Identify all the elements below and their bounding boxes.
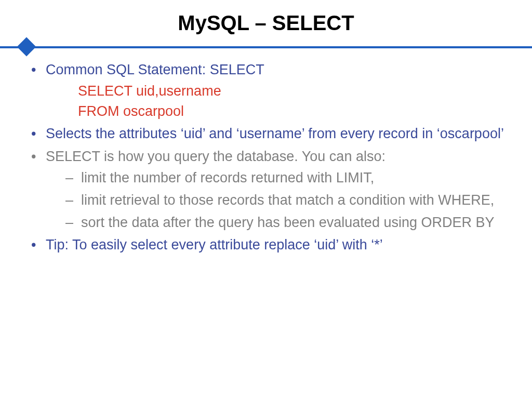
sub-bullet-2: limit retrieval to those records that ma… [65,190,511,210]
bullet-3-text: SELECT is how you query the database. Yo… [46,149,385,164]
bullet-1-text: Common SQL Statement: SELECT [46,62,264,77]
code-line-2: FROM oscarpool [78,101,511,122]
code-line-1: SELECT uid,username [78,81,511,101]
bullet-4: Tip: To easily select every attribute re… [31,235,511,255]
code-block: SELECT uid,username FROM oscarpool [46,81,511,122]
bullet-4-text: Tip: To easily select every attribute re… [46,237,383,252]
sub-bullet-3: sort the data after the query has been e… [65,212,511,233]
slide-content: Common SQL Statement: SELECT SELECT uid,… [0,60,532,255]
sub-list: limit the number of records returned wit… [46,168,511,233]
bullet-1: Common SQL Statement: SELECT SELECT uid,… [31,60,511,122]
bullet-2-text: Selects the attributes ‘uid’ and ‘userna… [46,126,504,141]
rule-line [0,46,532,48]
bullet-2: Selects the attributes ‘uid’ and ‘userna… [31,124,511,144]
title-rule [0,44,532,50]
bullet-list: Common SQL Statement: SELECT SELECT uid,… [31,60,511,255]
slide-title: MySQL – SELECT [0,0,532,44]
sub-bullet-1: limit the number of records returned wit… [65,168,511,188]
bullet-3: SELECT is how you query the database. Yo… [31,147,511,233]
